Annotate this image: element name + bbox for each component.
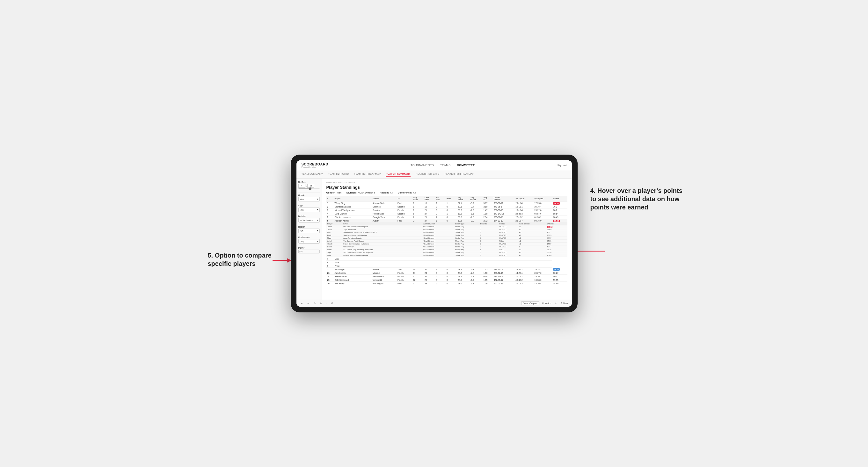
cell-wins: 1 xyxy=(446,201,457,205)
subnav-player-summary[interactable]: PLAYER SUMMARY xyxy=(386,172,410,177)
table-row[interactable]: 1 Wenyi Ding Arizona State First 1 15 1 … xyxy=(327,201,567,205)
player-filter-area[interactable]: (All) xyxy=(298,250,320,253)
year-value: (All) xyxy=(300,209,304,211)
table-row[interactable]: 24 Bastien Amat New Mexico Fourth 1 27 2… xyxy=(327,275,567,278)
sidebar-player: Player (All) xyxy=(298,247,320,253)
logo-text: SCOREBOARD xyxy=(302,162,328,166)
division-select[interactable]: NCAA Division I ▾ xyxy=(298,218,320,222)
sidebar-region: Region N/A ▾ xyxy=(298,226,320,233)
table-row[interactable]: 25 Cole Sherwood Vanderbilt Fourth 12 23… xyxy=(327,278,567,282)
table-row-jackson[interactable]: 6 Jackson Koirun Auburn First 2 27 1 0 6… xyxy=(327,219,567,222)
cell-points[interactable]: 68.54 xyxy=(552,212,567,216)
col-record: OverallRecord xyxy=(493,196,515,201)
cell-conf: 27 xyxy=(424,219,435,222)
nav-teams[interactable]: TEAMS xyxy=(440,163,451,167)
filter-conference-value: All xyxy=(413,191,416,194)
th-status: Status xyxy=(499,222,518,225)
cell-wins: 0 xyxy=(446,205,457,209)
table-row[interactable]: 2 Michael La Sasso Ole Miss Second 1 18 … xyxy=(327,205,567,209)
range-max-input[interactable] xyxy=(307,184,314,188)
subnav-team-h2h-grid[interactable]: TEAM H2H GRID xyxy=(328,172,349,177)
table-row[interactable]: 23 Jack Lundin Missouri Fourth 11 24 0 0… xyxy=(327,271,567,275)
range-min-input[interactable] xyxy=(298,184,305,188)
tablet-screen: SCOREBOARD Powered by clipp TOURNAMENTS … xyxy=(297,160,572,307)
table-row[interactable]: 5 Christo Lamprecht Georgia Tech Fourth … xyxy=(327,216,567,219)
table-row[interactable]: 7 Nichi xyxy=(327,257,567,261)
cell-adj: 67.5 xyxy=(457,219,469,222)
subnav-player-h2h-heatmap[interactable]: PLAYER H2H HEATMAP xyxy=(445,172,474,177)
cell-vs50: 65-54-6 xyxy=(533,212,552,216)
filter-region: Region: All xyxy=(380,191,393,194)
tooltip-data-row: Tiger SEC Stroke Play hosted by Jerry Pa… xyxy=(327,251,567,254)
filter-conference-label: Conference: xyxy=(398,191,412,194)
cell-rds: 1 xyxy=(435,201,446,205)
clock-button[interactable]: ⏱ xyxy=(330,302,334,305)
subnav-player-h2h-grid[interactable]: PLAYER H2H GRID xyxy=(416,172,439,177)
settings-button[interactable]: ⚙ xyxy=(312,302,317,305)
table-row[interactable]: 8 Mats xyxy=(327,261,567,264)
copy-button[interactable]: ⧉ xyxy=(319,302,323,305)
filter-gender-value: Men xyxy=(337,191,341,194)
sign-out-text[interactable]: Sign out xyxy=(557,164,566,167)
table-row[interactable]: 3 Michael Thorbjornsen Stanford Fourth 1… xyxy=(327,209,567,212)
slider-bar[interactable] xyxy=(298,188,320,189)
cell-points[interactable]: 70.2 xyxy=(552,209,567,212)
cell-rank: 4 xyxy=(327,212,334,216)
gender-chevron: ▾ xyxy=(317,198,318,200)
cell-record: 674-33-12 xyxy=(493,219,515,222)
conference-chevron: ▾ xyxy=(317,240,318,243)
download-button[interactable]: ⬇ xyxy=(554,302,558,305)
tooltip-data-row: Jake I The Cypress Point Classic NCAA Di… xyxy=(327,240,567,243)
sidebar-conference: Conference (All) ▾ xyxy=(298,236,320,244)
subnav-team-summary[interactable]: TEAM SUMMARY xyxy=(302,172,323,177)
separator-icon: · xyxy=(325,302,328,305)
table-row[interactable]: 26 Petr Hruby Washington Fifth 7 23 0 0 … xyxy=(327,282,567,285)
tooltip-data-row: David Williams Cup NCAA Division I Strok… xyxy=(327,245,567,248)
logo: SCOREBOARD Powered by clipp xyxy=(302,162,328,168)
cell-adj: 67.1 xyxy=(457,205,469,209)
nav-committee[interactable]: COMMITTEE xyxy=(457,163,475,167)
cell-sg: 3.07 xyxy=(482,201,493,205)
cell-conf: 27 xyxy=(424,212,435,216)
redo-button[interactable]: ↪ xyxy=(306,302,310,305)
cell-sg: 2.34 xyxy=(482,216,493,219)
cell-yr: Second xyxy=(397,205,412,209)
cell-yr: Fourth xyxy=(397,209,412,212)
filter-division-value: NCAA Division I xyxy=(358,191,375,194)
cell-points[interactable]: 58.18 xyxy=(552,219,567,222)
gender-select[interactable]: Men ▾ xyxy=(298,197,320,201)
view-original-button[interactable]: View: Original xyxy=(521,301,539,305)
table-row[interactable]: 4 Luke Clanton Florida State Second 5 27… xyxy=(327,212,567,216)
left-arrow-svg xyxy=(271,256,293,265)
undo-button[interactable]: ↩ xyxy=(300,302,304,305)
nav-tournaments[interactable]: TOURNAMENTS xyxy=(410,163,434,167)
table-header-row: # Player School Yr RegRank ConfRank NoRd… xyxy=(327,196,567,201)
logo-sub: Powered by clipp xyxy=(302,166,328,168)
cell-yr: Second xyxy=(397,212,412,216)
cell-points[interactable]: 60.49 xyxy=(552,216,567,219)
cell-rank: 2 xyxy=(327,205,334,209)
divider-1 xyxy=(298,192,320,193)
th-player: Player xyxy=(327,222,343,225)
share-button[interactable]: ⤴ Share xyxy=(561,302,569,305)
col-vs25: Vs Top 25 xyxy=(515,196,533,201)
toolbar-right: View: Original 👁 Watch ⬇ ⤴ Share xyxy=(521,301,568,305)
cell-vs50: 61-20-2 xyxy=(533,216,552,219)
year-select[interactable]: (All) ▾ xyxy=(298,208,320,212)
watch-button[interactable]: 👁 Watch xyxy=(542,302,551,305)
cell-points[interactable]: 88.27 xyxy=(552,201,567,205)
cell-record: 381-01-11 xyxy=(493,201,515,205)
table-row[interactable]: 22 Ian Gilligan Florida Third 10 24 1 0 … xyxy=(327,268,567,271)
col-rank: # xyxy=(327,196,334,201)
cell-rank: 3 xyxy=(327,209,334,212)
cell-sg: 1.98 xyxy=(482,212,493,216)
table-row[interactable]: 9 Prest xyxy=(327,264,567,268)
region-select[interactable]: N/A ▾ xyxy=(298,228,320,233)
cell-points[interactable]: 76.3 xyxy=(552,205,567,209)
tablet-frame: SCOREBOARD Powered by clipp TOURNAMENTS … xyxy=(291,155,578,312)
subnav-team-h2h-heatmap[interactable]: TEAM H2H HEATMAP xyxy=(354,172,381,177)
conference-select[interactable]: (All) ▾ xyxy=(298,239,320,244)
cell-rank: 6 xyxy=(327,219,334,222)
slider-thumb xyxy=(309,187,311,190)
gender-value: Men xyxy=(300,198,304,200)
